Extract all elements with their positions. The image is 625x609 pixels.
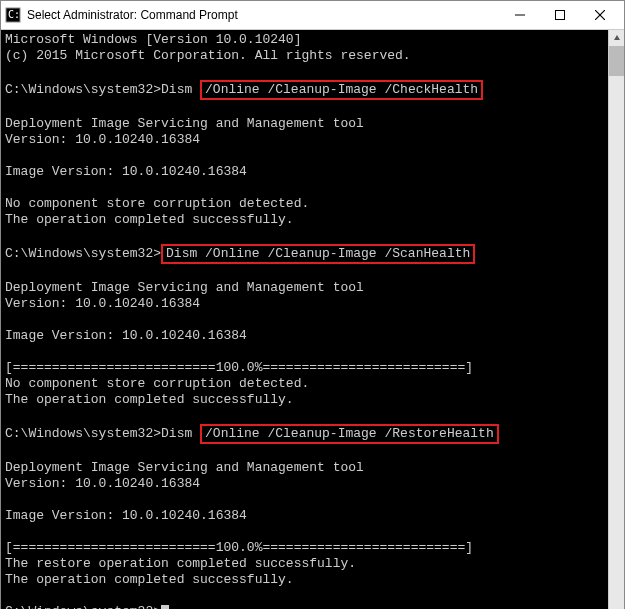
output-line: [5, 344, 604, 360]
output-line: Image Version: 10.0.10240.16384: [5, 508, 604, 524]
output-line: [5, 100, 604, 116]
highlighted-command: /Online /Cleanup-Image /RestoreHealth: [200, 424, 499, 444]
output-line: Deployment Image Servicing and Managemen…: [5, 280, 604, 296]
output-line: [5, 444, 604, 460]
output-line: [5, 312, 604, 328]
output-line: No component store corruption detected.: [5, 196, 604, 212]
cmd-window: C: Select Administrator: Command Prompt …: [0, 0, 625, 609]
prompt-line: C:\Windows\system32>: [5, 604, 604, 609]
output-line: (c) 2015 Microsoft Corporation. All righ…: [5, 48, 604, 64]
output-line: The operation completed successfully.: [5, 212, 604, 228]
output-line: Version: 10.0.10240.16384: [5, 132, 604, 148]
output-line: Deployment Image Servicing and Managemen…: [5, 116, 604, 132]
output-line: The restore operation completed successf…: [5, 556, 604, 572]
highlighted-command: /Online /Cleanup-Image /CheckHealth: [200, 80, 483, 100]
output-line: Image Version: 10.0.10240.16384: [5, 164, 604, 180]
svg-marker-6: [614, 35, 620, 40]
vertical-scrollbar[interactable]: [608, 30, 624, 609]
prompt-line: C:\Windows\system32>Dism /Online /Cleanu…: [5, 424, 604, 444]
output-line: [5, 492, 604, 508]
prompt-text: C:\Windows\system32>Dism: [5, 426, 200, 441]
output-line: [5, 180, 604, 196]
window-title: Select Administrator: Command Prompt: [27, 8, 500, 22]
window-controls: [500, 1, 620, 29]
output-line: [==========================100.0%=======…: [5, 360, 604, 376]
output-line: Image Version: 10.0.10240.16384: [5, 328, 604, 344]
output-line: [5, 228, 604, 244]
maximize-button[interactable]: [540, 1, 580, 29]
close-button[interactable]: [580, 1, 620, 29]
output-line: Microsoft Windows [Version 10.0.10240]: [5, 32, 604, 48]
prompt-text: C:\Windows\system32>: [5, 604, 161, 609]
highlighted-command: Dism /Online /Cleanup-Image /ScanHealth: [161, 244, 475, 264]
prompt-text: C:\Windows\system32>: [5, 246, 161, 261]
output-line: [5, 588, 604, 604]
output-line: [==========================100.0%=======…: [5, 540, 604, 556]
prompt-line: C:\Windows\system32>Dism /Online /Cleanu…: [5, 80, 604, 100]
output-line: [5, 148, 604, 164]
prompt-line: C:\Windows\system32>Dism /Online /Cleanu…: [5, 244, 604, 264]
title-bar[interactable]: C: Select Administrator: Command Prompt: [1, 1, 624, 30]
output-line: The operation completed successfully.: [5, 572, 604, 588]
output-line: [5, 408, 604, 424]
content-area: Microsoft Windows [Version 10.0.10240](c…: [1, 30, 624, 609]
output-line: Version: 10.0.10240.16384: [5, 296, 604, 312]
terminal-output[interactable]: Microsoft Windows [Version 10.0.10240](c…: [1, 30, 608, 609]
cmd-icon: C:: [5, 7, 21, 23]
scroll-thumb[interactable]: [609, 46, 624, 76]
prompt-text: C:\Windows\system32>Dism: [5, 82, 200, 97]
scroll-up-arrow[interactable]: [609, 30, 624, 46]
cursor: [161, 605, 169, 609]
minimize-button[interactable]: [500, 1, 540, 29]
output-line: [5, 524, 604, 540]
output-line: Deployment Image Servicing and Managemen…: [5, 460, 604, 476]
svg-text:C:: C:: [8, 9, 20, 20]
svg-rect-3: [556, 11, 565, 20]
output-line: The operation completed successfully.: [5, 392, 604, 408]
output-line: [5, 264, 604, 280]
output-line: No component store corruption detected.: [5, 376, 604, 392]
output-line: Version: 10.0.10240.16384: [5, 476, 604, 492]
output-line: [5, 64, 604, 80]
